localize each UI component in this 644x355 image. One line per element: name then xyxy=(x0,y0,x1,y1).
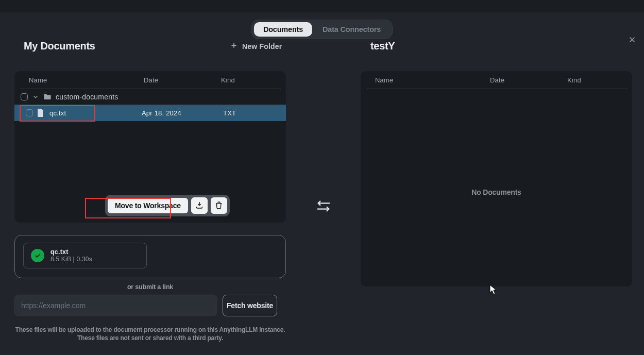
file-kind: TXT xyxy=(223,109,280,117)
uploaded-file-name: qc.txt xyxy=(50,248,92,256)
file-date: Apr 18, 2024 xyxy=(142,109,219,117)
new-folder-label: New Folder xyxy=(242,42,282,50)
tabs-pill: Documents Data Connectors xyxy=(251,20,393,39)
disclaimer-line1: These files will be uploaded to the docu… xyxy=(15,326,285,333)
upload-card[interactable]: qc.txt 8.5 KiB | 0.30s xyxy=(14,235,286,278)
url-row: Fetch website xyxy=(14,295,277,316)
folder-row[interactable]: custom-documents xyxy=(14,89,286,105)
uploaded-file-meta: 8.5 KiB | 0.30s xyxy=(50,256,92,263)
tab-data-connectors[interactable]: Data Connectors xyxy=(313,22,390,37)
workspace-panel: Name Date Kind No Documents xyxy=(361,71,632,286)
url-input[interactable] xyxy=(14,295,217,316)
tab-documents[interactable]: Documents xyxy=(254,22,312,37)
left-col-date: Date xyxy=(144,76,221,84)
left-table-header: Name Date Kind xyxy=(14,71,286,89)
topbar-spacer xyxy=(0,0,644,12)
my-documents-title: My Documents xyxy=(24,40,95,52)
download-button[interactable] xyxy=(191,197,208,214)
delete-button[interactable] xyxy=(211,197,227,214)
plus-icon xyxy=(230,41,238,51)
chevron-down-icon[interactable] xyxy=(32,93,39,100)
divider xyxy=(366,89,627,89)
file-row[interactable]: qc.txt Apr 18, 2024 TXT xyxy=(14,105,286,121)
folder-icon xyxy=(43,93,52,100)
transfer-arrows-icon[interactable] xyxy=(316,199,331,215)
folder-checkbox[interactable] xyxy=(21,93,28,100)
document-icon xyxy=(37,109,44,117)
folder-name: custom-documents xyxy=(56,93,118,101)
or-submit-link-label: or submit a link xyxy=(14,283,286,291)
move-to-workspace-button[interactable]: Move to Workspace xyxy=(108,198,188,213)
left-col-kind: Kind xyxy=(221,76,278,84)
file-checkbox[interactable] xyxy=(26,109,33,116)
my-documents-panel: Name Date Kind custom-documents qc.txt A… xyxy=(14,71,286,223)
right-col-name: Name xyxy=(375,76,490,84)
modal-surface: Documents Data Connectors My Documents N… xyxy=(0,12,644,355)
right-col-kind: Kind xyxy=(567,76,624,84)
upload-success-icon xyxy=(31,249,44,262)
no-documents-label: No Documents xyxy=(361,188,632,196)
right-col-date: Date xyxy=(490,76,567,84)
file-name: qc.txt xyxy=(48,109,138,117)
file-actions-bar: Move to Workspace xyxy=(105,195,230,216)
disclaimer: These files will be uploaded to the docu… xyxy=(14,326,286,342)
new-folder-button[interactable]: New Folder xyxy=(230,41,282,51)
workspace-title: testY xyxy=(370,40,395,52)
disclaimer-line2: These files are not sent or shared with … xyxy=(77,334,223,342)
trash-icon xyxy=(215,201,223,211)
uploaded-file-chip: qc.txt 8.5 KiB | 0.30s xyxy=(23,243,147,268)
close-button[interactable] xyxy=(628,35,637,44)
download-icon xyxy=(195,201,204,211)
fetch-website-button[interactable]: Fetch website xyxy=(223,295,277,316)
right-table-header: Name Date Kind xyxy=(361,71,632,89)
left-col-name: Name xyxy=(29,76,144,84)
